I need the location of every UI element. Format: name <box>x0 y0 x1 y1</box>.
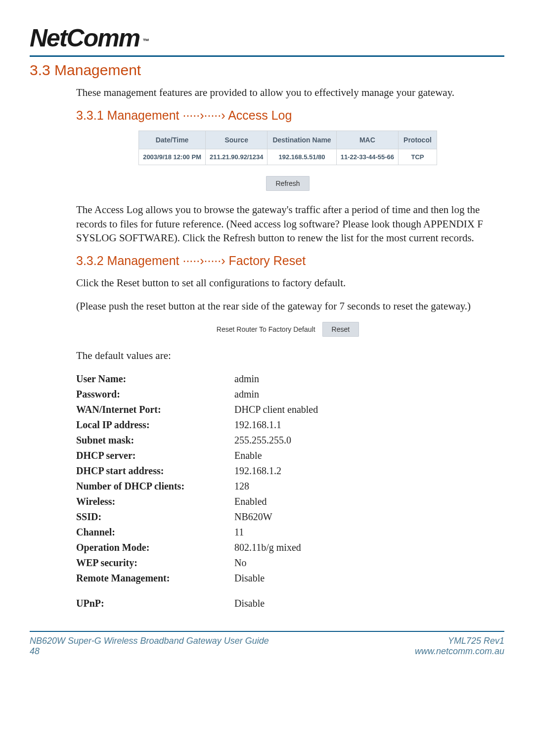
default-key: Local IP address: <box>76 417 234 433</box>
default-val: Disable <box>234 571 318 586</box>
default-key: Number of DHCP clients: <box>76 479 234 494</box>
default-val: Enable <box>234 448 318 463</box>
default-key: Subnet mask: <box>76 433 234 448</box>
default-key: SSID: <box>76 509 234 525</box>
default-row: Local IP address:192.168.1.1 <box>76 417 318 433</box>
default-val: 11 <box>234 525 318 540</box>
default-val: 255.255.255.0 <box>234 433 318 448</box>
section-title: Management <box>54 62 141 78</box>
default-key: UPnP: <box>76 596 234 611</box>
default-val: DHCP client enabled <box>234 402 318 417</box>
brand-name: NetComm <box>30 24 139 52</box>
default-key: Wireless: <box>76 494 234 509</box>
trademark-icon: ™ <box>142 37 149 45</box>
default-row: UPnP:Disable <box>76 596 318 611</box>
col-date: Date/Time <box>139 131 206 149</box>
default-val: admin <box>234 387 318 402</box>
sub-number: 3.3.1 <box>76 108 104 122</box>
default-row: Remote Management:Disable <box>76 571 318 586</box>
header-rule <box>30 55 504 57</box>
defaults-table: User Name:admin Password:admin WAN/Inter… <box>76 371 318 611</box>
sub-label-b: Factory Reset <box>229 254 306 267</box>
sub-label-a: Management <box>107 254 179 267</box>
arrow-icon: ·····›·····› <box>182 254 225 267</box>
default-val: 802.11b/g mixed <box>234 540 318 555</box>
default-key: Channel: <box>76 525 234 540</box>
cell-mac: 11-22-33-44-55-66 <box>336 149 398 165</box>
page-footer: NB620W Super-G Wireless Broadband Gatewa… <box>30 636 504 657</box>
default-row: DHCP server:Enable <box>76 448 318 463</box>
default-key: WAN/Internet Port: <box>76 402 234 417</box>
arrow-icon: ·····›·····› <box>182 108 225 122</box>
factory-paragraph-2: (Please push the reset button at the rea… <box>76 299 499 313</box>
access-log-paragraph: The Access Log allows you to browse the … <box>76 203 499 245</box>
default-row: WAN/Internet Port:DHCP client enabled <box>76 402 318 417</box>
section-heading: 3.3 Management <box>30 62 504 79</box>
default-val: admin <box>234 371 318 387</box>
default-val: Enabled <box>234 494 318 509</box>
col-proto: Protocol <box>399 131 437 149</box>
footer-rule <box>30 631 504 632</box>
default-row: Wireless:Enabled <box>76 494 318 509</box>
default-row: WEP security:No <box>76 555 318 571</box>
default-val: 192.168.1.2 <box>234 463 318 479</box>
default-row: Password:admin <box>76 387 318 402</box>
cell-source: 211.21.90.92/1234 <box>205 149 267 165</box>
sub-label-b: Access Log <box>228 108 292 122</box>
default-row: Channel:11 <box>76 525 318 540</box>
default-row: Subnet mask:255.255.255.0 <box>76 433 318 448</box>
table-row: 2003/9/18 12:00 PM 211.21.90.92/1234 192… <box>139 149 437 165</box>
col-source: Source <box>205 131 267 149</box>
defaults-intro: The default values are: <box>76 349 499 362</box>
default-key: DHCP start address: <box>76 463 234 479</box>
subsection-access-log: 3.3.1 Management ·····›·····› Access Log <box>76 108 499 123</box>
sub-number: 3.3.2 <box>76 254 104 267</box>
reset-button[interactable]: Reset <box>322 322 359 337</box>
default-key: Operation Mode: <box>76 540 234 555</box>
default-row: DHCP start address:192.168.1.2 <box>76 463 318 479</box>
footer-url: www.netcomm.com.au <box>415 646 504 657</box>
footer-guide-title: NB620W Super-G Wireless Broadband Gatewa… <box>30 636 269 646</box>
default-row: Number of DHCP clients:128 <box>76 479 318 494</box>
default-key: WEP security: <box>76 555 234 571</box>
reset-row: Reset Router To Factory Default Reset <box>76 322 499 337</box>
default-val: Disable <box>234 596 318 611</box>
factory-paragraph-1: Click the Reset button to set all config… <box>76 276 499 290</box>
footer-page-number: 48 <box>30 646 269 657</box>
reset-label: Reset Router To Factory Default <box>217 325 315 333</box>
default-key: User Name: <box>76 371 234 387</box>
subsection-factory-reset: 3.3.2 Management ·····›·····› Factory Re… <box>76 254 499 268</box>
intro-paragraph: These management features are provided t… <box>76 86 499 99</box>
section-number: 3.3 <box>30 62 50 78</box>
brand-logo: NetComm™ <box>30 24 504 52</box>
access-log-table: Date/Time Source Destination Name MAC Pr… <box>138 131 437 165</box>
default-val: 128 <box>234 479 318 494</box>
default-val: No <box>234 555 318 571</box>
default-val: NB620W <box>234 509 318 525</box>
default-row: Operation Mode:802.11b/g mixed <box>76 540 318 555</box>
sub-label-a: Management <box>107 108 179 122</box>
col-mac: MAC <box>336 131 398 149</box>
cell-date: 2003/9/18 12:00 PM <box>139 149 206 165</box>
default-row: User Name:admin <box>76 371 318 387</box>
cell-proto: TCP <box>399 149 437 165</box>
default-key: DHCP server: <box>76 448 234 463</box>
footer-revision: YML725 Rev1 <box>415 636 504 646</box>
default-row: SSID:NB620W <box>76 509 318 525</box>
refresh-button[interactable]: Refresh <box>266 176 309 191</box>
default-key: Password: <box>76 387 234 402</box>
default-val: 192.168.1.1 <box>234 417 318 433</box>
cell-dest: 192.168.5.51/80 <box>267 149 336 165</box>
table-header-row: Date/Time Source Destination Name MAC Pr… <box>139 131 437 149</box>
default-key: Remote Management: <box>76 571 234 586</box>
col-dest: Destination Name <box>267 131 336 149</box>
